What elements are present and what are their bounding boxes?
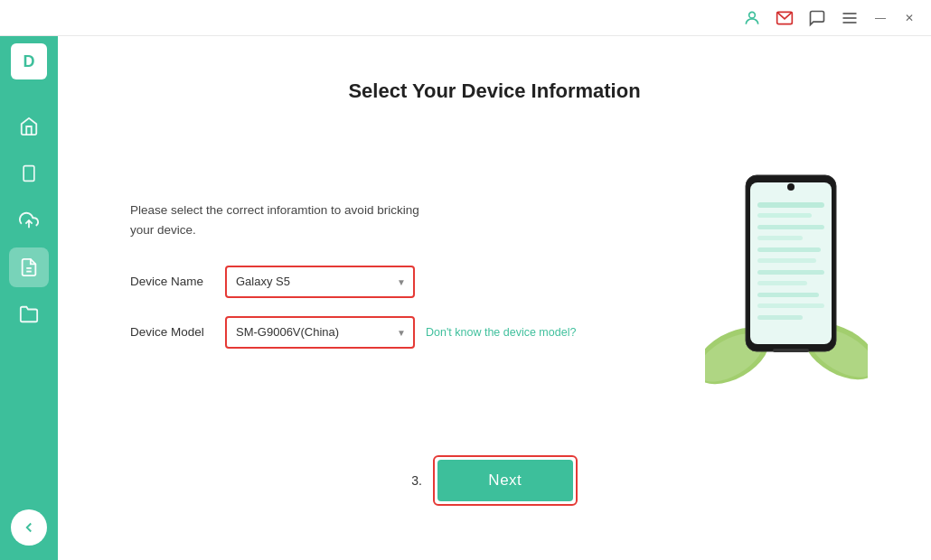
device-model-help-link[interactable]: Don't know the device model?	[426, 326, 576, 339]
step-number: 3.	[411, 473, 422, 488]
mail-icon[interactable]	[772, 5, 797, 31]
chat-icon[interactable]	[804, 5, 830, 31]
menu-icon[interactable]	[837, 5, 862, 31]
device-name-select-wrapper: Galaxy S5 Galaxy S6 Galaxy S7 Galaxy S8 …	[225, 266, 415, 298]
sidebar-item-home[interactable]	[9, 107, 49, 146]
phone-illustration	[696, 157, 877, 410]
form-area: Please select the correct inforamtion to…	[58, 157, 931, 410]
svg-point-16	[787, 183, 795, 191]
main-content: Select Your Device Information Please se…	[58, 36, 931, 560]
svg-rect-19	[757, 225, 824, 229]
svg-rect-17	[757, 202, 824, 208]
sidebar-item-device[interactable]	[9, 154, 49, 193]
device-model-label: Device Model	[130, 325, 225, 339]
svg-rect-5	[24, 166, 34, 182]
svg-rect-28	[773, 349, 809, 352]
svg-rect-20	[757, 236, 803, 240]
device-model-select-wrapper: SM-G9006V(China) SM-G900F SM-G900H SM-G9…	[225, 316, 415, 349]
page-title: Select Your Device Information	[348, 79, 640, 103]
sidebar-item-recovery[interactable]	[9, 247, 49, 287]
svg-rect-25	[757, 293, 819, 297]
svg-rect-18	[757, 213, 812, 218]
titlebar-right: — ✕	[739, 5, 931, 31]
sidebar: D	[0, 0, 58, 560]
device-name-select[interactable]: Galaxy S5 Galaxy S6 Galaxy S7 Galaxy S8	[225, 266, 415, 298]
titlebar: — ✕	[0, 0, 931, 36]
svg-rect-21	[757, 247, 821, 252]
close-button[interactable]: ✕	[898, 7, 920, 29]
svg-rect-22	[757, 258, 816, 263]
next-button-wrapper: Next	[433, 455, 578, 506]
profile-icon[interactable]	[739, 5, 765, 31]
device-model-select[interactable]: SM-G9006V(China) SM-G900F SM-G900H SM-G9…	[225, 316, 415, 349]
svg-rect-24	[757, 281, 807, 285]
svg-rect-27	[757, 315, 803, 320]
next-area: 3. Next	[411, 455, 578, 506]
svg-rect-23	[757, 270, 824, 275]
minimize-button[interactable]: —	[870, 7, 891, 29]
sidebar-item-backup[interactable]	[9, 201, 49, 240]
back-button[interactable]	[11, 509, 47, 546]
device-name-row: Device Name Galaxy S5 Galaxy S6 Galaxy S…	[130, 266, 582, 298]
sidebar-item-files[interactable]	[9, 294, 49, 334]
svg-point-0	[749, 12, 756, 18]
device-model-row: Device Model SM-G9006V(China) SM-G900F S…	[130, 316, 582, 349]
instruction-text: Please select the correct inforamtion to…	[130, 201, 582, 239]
device-name-label: Device Name	[130, 275, 225, 288]
app-logo: D	[11, 43, 47, 79]
sidebar-bottom	[11, 509, 47, 546]
svg-rect-26	[757, 303, 824, 308]
next-button[interactable]: Next	[437, 460, 573, 501]
form-left: Please select the correct inforamtion to…	[130, 201, 582, 366]
